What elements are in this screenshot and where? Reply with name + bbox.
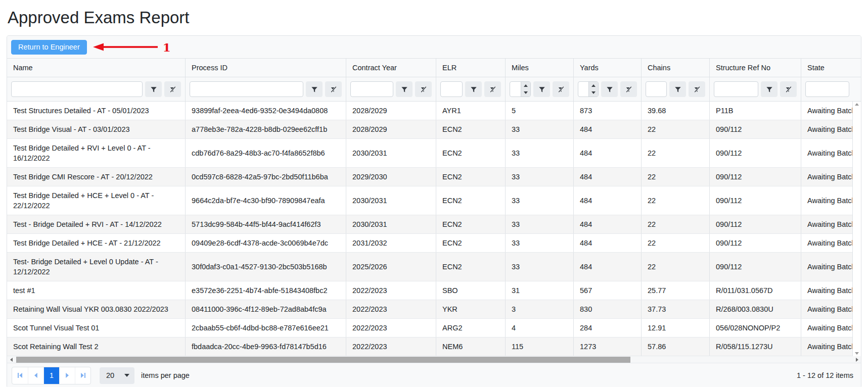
seek-first-icon [16, 371, 24, 379]
miles-filter-button[interactable] [533, 81, 550, 97]
column-header-process_id[interactable]: Process ID [185, 59, 346, 77]
cell-text: Test Bridge Detailed + HCE + Level 0 - A… [13, 190, 179, 211]
table-row[interactable]: Test - Bridge Detailed + RVI - AT - 14/1… [7, 215, 861, 234]
elr-clear-filter-button[interactable] [484, 81, 501, 97]
process_id-filter-input[interactable] [190, 81, 303, 97]
cell-yards: 567 [573, 281, 641, 300]
process_id-filter-button[interactable] [306, 81, 323, 97]
contract_year-clear-filter-button[interactable] [415, 81, 432, 97]
structure_ref_no-clear-filter-button[interactable] [780, 81, 797, 97]
page-size-select[interactable]: 20 [100, 367, 134, 384]
cell-text: 830 [580, 304, 592, 314]
cell-state: Awaiting Batch [801, 186, 853, 215]
last-page-button[interactable] [75, 367, 90, 384]
yards-clear-filter-button[interactable] [620, 81, 637, 97]
table-row[interactable]: Test Bridge Detailed + RVI + Level 0 - A… [7, 139, 861, 168]
chains-clear-filter-button[interactable] [689, 81, 705, 97]
name-filter-input[interactable] [11, 81, 143, 97]
scroll-left-icon[interactable] [7, 358, 15, 362]
filter-cell-structure_ref_no [709, 77, 801, 101]
cell-text: Scot Retaining Wall Test 2 [13, 342, 98, 352]
table-row[interactable]: Test Structures Detailed - AT - 05/01/20… [7, 102, 861, 120]
hscroll-track[interactable] [15, 357, 853, 363]
spinner-up-button[interactable] [589, 82, 598, 89]
cell-text: Awaiting Batch [807, 196, 853, 206]
grid-header-row: NameProcess IDContract YearELRMilesYards… [7, 59, 861, 77]
column-header-state[interactable]: State [801, 59, 853, 77]
column-header-contract_year[interactable]: Contract Year [346, 59, 436, 77]
cell-text: 2029/2030 [352, 172, 387, 182]
horizontal-scrollbar[interactable] [7, 356, 861, 363]
column-header-miles[interactable]: Miles [505, 59, 573, 77]
next-page-button[interactable] [59, 367, 75, 384]
column-header-chains[interactable]: Chains [641, 59, 709, 77]
filter-clear-icon [420, 86, 427, 93]
cell-elr: ECN2 [436, 253, 505, 281]
cell-text: 08411000-396c-4f12-89eb-72ad8ab4fc9a [192, 304, 327, 314]
state-filter-input[interactable] [805, 81, 849, 97]
cell-text: 115 [512, 342, 523, 352]
cell-yards: 484 [573, 168, 641, 186]
yards-filter-field [578, 81, 599, 97]
cell-text: 090/112 [716, 196, 742, 206]
table-row[interactable]: Scot Tunnel Visual Test 012cbaab55-cb6f-… [7, 319, 861, 337]
spinner-up-button[interactable] [521, 82, 530, 89]
cell-text: 33 [512, 148, 520, 158]
cell-text: 0cd597c8-6828-42a5-97bc-2bd50f11b6ba [192, 172, 328, 182]
elr-filter-input[interactable] [440, 81, 463, 97]
table-row[interactable]: Scot Retaining Wall Test 2fbdaadca-20cc-… [7, 337, 861, 356]
vertical-scrollbar[interactable] [852, 102, 861, 356]
previous-page-button[interactable] [28, 367, 43, 384]
cell-text: Awaiting Batch [807, 148, 853, 158]
column-header-structure_ref_no[interactable]: Structure Ref No [709, 59, 801, 77]
cell-name: Scot Tunnel Visual Test 01 [7, 319, 185, 337]
table-row[interactable]: Test Bridge Visual - AT - 03/01/2023a778… [7, 120, 861, 139]
table-row[interactable]: Test Bridge Detailed + HCE - AT - 21/12/… [7, 234, 861, 253]
scroll-up-icon[interactable] [855, 103, 859, 106]
column-header-yards[interactable]: Yards [573, 59, 641, 77]
yards-filter-button[interactable] [601, 81, 618, 97]
name-filter-button[interactable] [145, 81, 162, 97]
scroll-down-icon[interactable] [855, 352, 859, 355]
spinner-down-button[interactable] [521, 89, 530, 97]
chains-filter-input[interactable] [646, 81, 667, 97]
table-row[interactable]: Test- Bridge Detailed + Level 0 Update -… [7, 253, 861, 281]
cell-process_id: 93899faf-2eea-4ed6-9352-0e3494da0808 [185, 102, 346, 120]
structure_ref_no-filter-button[interactable] [761, 81, 778, 97]
contract_year-filter-button[interactable] [396, 81, 413, 97]
grid-filter-row [7, 77, 861, 102]
filter-scrollbar-spacer [853, 77, 861, 101]
first-page-button[interactable] [12, 367, 28, 384]
filter-clear-icon [558, 86, 565, 93]
structure_ref_no-filter-input[interactable] [714, 81, 758, 97]
hscroll-thumb[interactable] [16, 357, 630, 363]
page-1-button[interactable]: 1 [43, 367, 59, 384]
cell-state: Awaiting Batch [801, 319, 853, 337]
column-header-name[interactable]: Name [7, 59, 185, 77]
scroll-right-icon[interactable] [853, 358, 861, 362]
column-header-label: Process ID [192, 64, 227, 72]
cell-text: Awaiting Batch [807, 124, 853, 134]
yards-spinner [588, 82, 598, 96]
spinner-down-button[interactable] [589, 89, 598, 97]
column-header-label: Structure Ref No [716, 64, 770, 72]
miles-clear-filter-button[interactable] [553, 81, 569, 97]
table-row[interactable]: Test Bridge Detailed + HCE + Level 0 - A… [7, 186, 861, 215]
column-header-elr[interactable]: ELR [436, 59, 505, 77]
cell-text: Test Structures Detailed - AT - 05/01/20… [13, 106, 149, 116]
return-to-engineer-button[interactable]: Return to Engineer [11, 40, 87, 55]
contract_year-filter-input[interactable] [350, 81, 393, 97]
table-row[interactable]: Test Bridge CMI Rescore - AT - 20/12/202… [7, 168, 861, 186]
process_id-clear-filter-button[interactable] [325, 81, 342, 97]
chains-filter-button[interactable] [669, 81, 686, 97]
name-clear-filter-button[interactable] [164, 81, 181, 97]
cell-elr: ARG2 [436, 319, 505, 337]
table-row[interactable]: Retaining Wall Visual YKR 003.0830 2022/… [7, 300, 861, 319]
elr-filter-button[interactable] [465, 81, 482, 97]
cell-text: 484 [580, 148, 592, 158]
cell-chains: 22 [641, 234, 709, 252]
cell-text: e3572e36-2251-4b74-abfe-51843408fbc2 [192, 285, 327, 296]
table-row[interactable]: test #1e3572e36-2251-4b74-abfe-51843408f… [7, 281, 861, 300]
spinner-down-icon [591, 91, 596, 94]
cell-chains: 37.73 [641, 300, 709, 318]
